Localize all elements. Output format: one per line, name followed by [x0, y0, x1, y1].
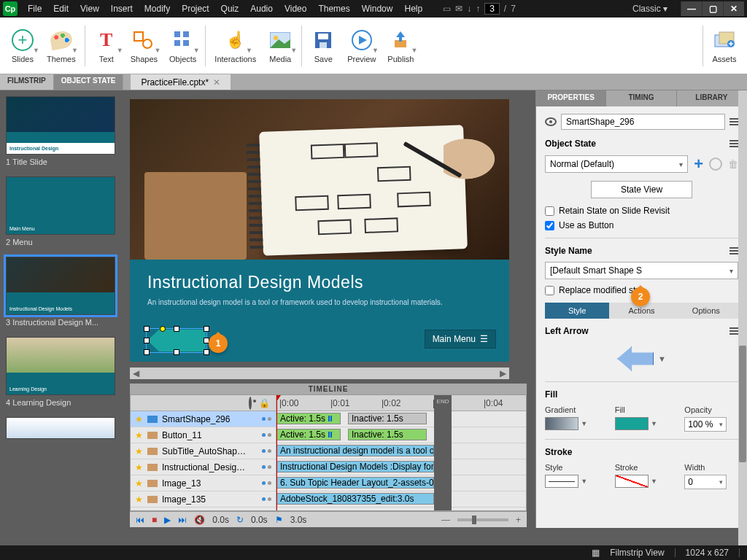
- canvas-scrollbar-h[interactable]: ◀▶: [130, 368, 509, 379]
- timeline-track[interactable]: Active: 1.5sInactive: 1.5s: [276, 427, 526, 443]
- menu-edit[interactable]: Edit: [47, 4, 74, 14]
- timeline-track[interactable]: Active: 1.5sInactive: 1.5s: [276, 411, 526, 427]
- minimize-button[interactable]: —: [681, 1, 702, 16]
- menu-insert[interactable]: Insert: [105, 4, 139, 14]
- filmstrip-tab[interactable]: FILMSTRIP: [0, 74, 54, 90]
- larrow-flyout-icon[interactable]: [729, 327, 738, 335]
- stroke-color-swatch[interactable]: [615, 475, 649, 488]
- timing-tab[interactable]: TIMING: [606, 90, 676, 106]
- preview-button[interactable]: ▼Preview: [341, 25, 382, 66]
- timeline-layer[interactable]: ★SubTitle_AutoShape_7: [131, 443, 276, 459]
- use-as-button-checkbox[interactable]: Use as Button: [545, 220, 738, 230]
- timeline-layer[interactable]: ★Button_11: [131, 427, 276, 443]
- reset-state-button[interactable]: [709, 158, 722, 171]
- close-button[interactable]: ✕: [724, 1, 744, 16]
- right-scrollbar[interactable]: [738, 90, 747, 545]
- menu-quiz[interactable]: Quiz: [215, 4, 245, 14]
- menu-audio[interactable]: Audio: [244, 4, 279, 14]
- nav-down-icon[interactable]: ↓: [467, 4, 471, 14]
- style-subtab[interactable]: Style: [545, 303, 609, 319]
- visibility-icon[interactable]: [249, 398, 252, 408]
- document-tab[interactable]: PracticeFile.cptx*✕: [131, 74, 231, 90]
- shapes-button[interactable]: ▼Shapes: [125, 25, 163, 66]
- interactions-button[interactable]: ☝▼Interactions: [209, 25, 262, 66]
- close-tab-icon[interactable]: ✕: [213, 77, 220, 88]
- menu-window[interactable]: Window: [356, 4, 399, 14]
- nav-up-icon[interactable]: ↑: [476, 4, 480, 14]
- timeline-ruler[interactable]: |0:00 |0:01 |0:02 |0:03 |0:04: [276, 395, 526, 411]
- menu-help[interactable]: Help: [398, 4, 428, 14]
- slide-thumb-3[interactable]: Instructional Design Models: [6, 257, 115, 315]
- timeline-layer[interactable]: ★Image_13: [131, 475, 276, 491]
- maximize-button[interactable]: ▢: [703, 1, 723, 16]
- flyout-menu-icon[interactable]: [729, 118, 738, 125]
- loop-button[interactable]: ↻: [236, 515, 244, 525]
- mute-button[interactable]: 🔇: [194, 515, 205, 525]
- menu-view[interactable]: View: [74, 4, 105, 14]
- grid-icon[interactable]: ▦: [592, 548, 600, 558]
- timeline-layer[interactable]: ★SmartShape_296: [131, 411, 276, 427]
- save-button[interactable]: Save: [305, 25, 341, 66]
- retain-state-checkbox[interactable]: Retain State on Slide Revisit: [545, 206, 738, 216]
- text-button[interactable]: T▼Text: [88, 25, 125, 66]
- slide-thumb-4[interactable]: Learning Design: [6, 337, 115, 395]
- opacity-field[interactable]: 100 %: [684, 417, 727, 432]
- state-view-button[interactable]: State View: [591, 181, 692, 198]
- main-menu-button[interactable]: Main Menu☰: [425, 330, 496, 349]
- slide-thumb-2[interactable]: Main Menu: [6, 176, 115, 235]
- objects-button[interactable]: ▼Objects: [163, 25, 202, 66]
- stop-button[interactable]: ■: [152, 515, 157, 525]
- zoom-out-button[interactable]: —: [441, 515, 450, 525]
- mail-icon[interactable]: ✉: [455, 4, 462, 14]
- slide-end-marker[interactable]: END: [434, 395, 452, 510]
- timeline-track[interactable]: AdobeStock_180837355_edit:3.0s: [276, 491, 526, 508]
- menu-modify[interactable]: Modify: [139, 4, 176, 14]
- objstate-flyout-icon[interactable]: [729, 140, 738, 147]
- slides-button[interactable]: +▼Slides: [4, 25, 41, 66]
- device-icon[interactable]: ▭: [443, 4, 451, 14]
- themes-button[interactable]: ▼Themes: [41, 25, 82, 66]
- timeline-layer[interactable]: ★Image_135: [131, 491, 276, 508]
- lock-icon[interactable]: 🔒: [259, 398, 270, 408]
- fill-swatch[interactable]: [615, 417, 649, 430]
- library-tab[interactable]: LIBRARY: [677, 90, 747, 106]
- object-state-tab[interactable]: OBJECT STATE: [54, 74, 124, 90]
- timeline-track[interactable]: Instructional Design Models :Display for…: [276, 459, 526, 475]
- selection-handles[interactable]: [146, 328, 207, 353]
- timeline-layer[interactable]: ★Instructional_Design_Mo: [131, 459, 276, 475]
- shape-preview[interactable]: ▼: [545, 346, 738, 371]
- timeline-track[interactable]: 6. Sub Topic Header Layout_2-assets-02:3…: [276, 475, 526, 491]
- menu-video[interactable]: Video: [279, 4, 312, 14]
- play-button[interactable]: ▶: [164, 515, 171, 525]
- slide-thumb-5[interactable]: [6, 417, 115, 439]
- timeline-track[interactable]: An instructional design model is a tool …: [276, 443, 526, 459]
- stylename-flyout-icon[interactable]: [729, 247, 738, 254]
- gradient-swatch[interactable]: [545, 417, 578, 430]
- rewind-button[interactable]: ⏮: [136, 515, 144, 525]
- delete-state-button[interactable]: 🗑: [728, 158, 738, 170]
- options-subtab[interactable]: Options: [674, 303, 738, 319]
- menu-project[interactable]: Project: [176, 4, 214, 14]
- workspace-switcher[interactable]: Classic ▾: [627, 4, 673, 14]
- stroke-width-field[interactable]: 0: [684, 475, 727, 489]
- media-button[interactable]: ▼Media: [262, 25, 298, 66]
- forward-button[interactable]: ⏭: [178, 515, 187, 525]
- slide-canvas[interactable]: Instructional Design Models An instructi…: [130, 99, 509, 362]
- menu-themes[interactable]: Themes: [312, 4, 355, 14]
- zoom-in-button[interactable]: +: [516, 515, 521, 525]
- assets-button[interactable]: Assets: [706, 25, 743, 66]
- style-name-dropdown[interactable]: [Default Smart Shape S: [545, 262, 738, 279]
- slide-thumb-1[interactable]: Instructional Design: [6, 96, 115, 155]
- current-slide-number[interactable]: 3: [484, 3, 500, 15]
- playhead[interactable]: [276, 395, 277, 510]
- stroke-style-swatch[interactable]: [545, 475, 578, 488]
- properties-tab[interactable]: PROPERTIES: [536, 90, 606, 106]
- visibility-toggle-icon[interactable]: [545, 117, 557, 126]
- object-name-field[interactable]: [561, 114, 725, 130]
- object-state-dropdown[interactable]: Normal (Default): [545, 155, 688, 173]
- publish-button[interactable]: ▼Publish: [382, 25, 419, 66]
- zoom-slider[interactable]: [457, 518, 508, 521]
- flag-icon[interactable]: ⚑: [275, 515, 283, 525]
- menu-file[interactable]: File: [22, 4, 47, 14]
- add-state-button[interactable]: +: [694, 155, 703, 174]
